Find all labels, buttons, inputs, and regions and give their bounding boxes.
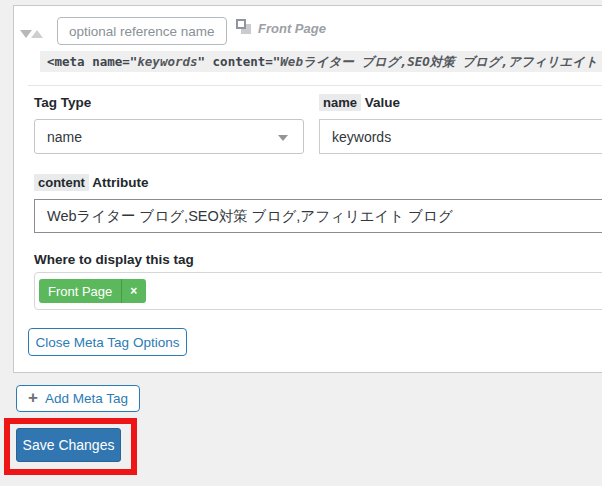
tag-label: Front Page: [48, 284, 112, 299]
name-value-label: name Value: [319, 95, 400, 110]
triangle-up-icon: [31, 30, 43, 38]
display-location-label: Where to display this tag: [34, 252, 194, 267]
close-meta-tag-options-button[interactable]: Close Meta Tag Options: [28, 328, 187, 356]
name-code-chip: name: [319, 94, 361, 111]
chevron-down-icon: [278, 135, 288, 141]
content-code-chip: content: [34, 174, 89, 191]
copy-pages-icon: [236, 19, 251, 34]
meta-tag-code-preview: <meta name="keywords" content="Webライター ブ…: [40, 51, 602, 72]
display-location-field[interactable]: Front Page ×: [34, 272, 602, 310]
front-page-tag: Front Page ×: [39, 279, 146, 303]
save-changes-button[interactable]: Save Changes: [16, 428, 121, 462]
code-mid: " content=": [198, 54, 281, 69]
add-meta-tag-button[interactable]: + Add Meta Tag: [16, 385, 140, 412]
reference-name-input[interactable]: [57, 17, 227, 45]
name-value-input[interactable]: [319, 119, 602, 154]
plus-icon: +: [28, 389, 38, 406]
code-content-value: Webライター ブログ,SEO対策 ブログ,アフィリエイト: [280, 54, 597, 69]
content-attribute-label: content Attribute: [34, 175, 148, 190]
page-context-label: Front Page: [258, 21, 326, 36]
add-meta-tag-label: Add Meta Tag: [45, 391, 128, 406]
remove-tag-icon[interactable]: ×: [121, 279, 137, 303]
tag-type-selected-value: name: [47, 129, 82, 145]
code-name-value: keywords: [137, 54, 197, 69]
code-open: <meta name=": [47, 54, 137, 69]
content-attribute-input[interactable]: [34, 199, 602, 233]
tag-type-label: Tag Type: [34, 95, 91, 110]
tag-type-select[interactable]: name: [34, 119, 304, 154]
reorder-sort-icon[interactable]: [20, 28, 46, 40]
